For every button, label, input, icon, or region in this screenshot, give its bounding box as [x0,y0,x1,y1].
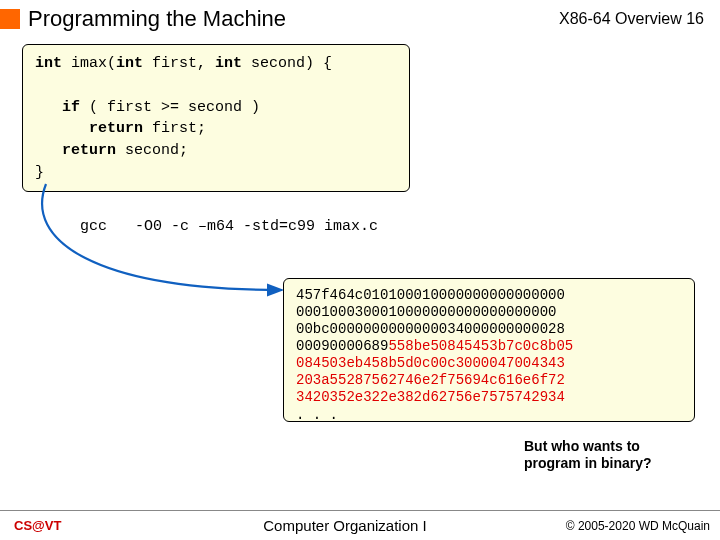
hex-dump-box: 457f464c010100010000000000000000 0001000… [283,278,695,422]
footer-course: Computer Organization I [160,517,530,534]
flow-arrow [34,180,294,310]
footer-org: CS@VT [0,518,160,533]
gcc-args: -O0 -c –m64 -std=c99 imax.c [135,218,378,235]
slide-number: X86-64 Overview 16 [559,10,712,28]
callout-text: But who wants to program in binary? [524,438,684,472]
keyword-if: if [62,99,80,116]
gcc-label: gcc [80,218,107,235]
slide-header: Programming the Machine X86-64 Overview … [0,0,720,36]
accent-square [0,9,20,29]
slide-title: Programming the Machine [28,6,559,32]
c-source-box: int imax(int first, int second) { if ( f… [22,44,410,192]
gcc-command: gcc-O0 -c –m64 -std=c99 imax.c [80,218,378,235]
keyword-return: return [89,120,143,137]
slide-footer: CS@VT Computer Organization I © 2005-202… [0,510,720,540]
highlighted-bytes: 558be50845453b7c0c8b05 [388,338,573,354]
footer-copyright: © 2005-2020 WD McQuain [530,519,720,533]
keyword-int: int [35,55,62,72]
